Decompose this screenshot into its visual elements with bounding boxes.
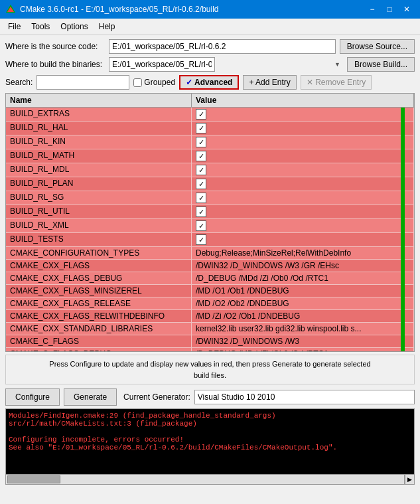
browse-source-button[interactable]: Browse Source... [340, 39, 415, 54]
green-bar [401, 94, 405, 351]
toolbar-row: Search: Grouped ✓ Advanced + Add Entry ✕… [5, 75, 415, 90]
table-row: CMAKE_CONFIGURATION_TYPESDebug;Release;M… [6, 247, 414, 260]
cell-name: CMAKE_CONFIGURATION_TYPES [6, 247, 192, 259]
table-row: CMAKE_CXX_FLAGS_DEBUG/D_DEBUG /MDd /Zi /… [6, 272, 414, 285]
close-button[interactable]: ✕ [399, 3, 415, 16]
cell-value[interactable]: ✓ [192, 122, 414, 135]
minimize-button[interactable]: − [364, 3, 380, 16]
cell-value[interactable]: ✓ [192, 163, 414, 177]
table-header: Name Value [6, 94, 414, 108]
cell-name: BUILD_RL_HAL [6, 122, 192, 135]
cell-name: BUILD_RL_SG [6, 191, 192, 205]
menu-tools[interactable]: Tools [26, 20, 55, 33]
table-row: CMAKE_CXX_FLAGS/DWIN32 /D_WINDOWS /W3 /G… [6, 260, 414, 272]
checkbox-cell[interactable]: ✓ [196, 123, 206, 133]
log-line [9, 428, 411, 436]
table-body: BUILD_EXTRAS✓BUILD_RL_HAL✓BUILD_RL_KIN✓B… [6, 108, 414, 352]
grouped-checkbox[interactable] [133, 78, 142, 87]
cell-name: CMAKE_CXX_STANDARD_LIBRARIES [6, 323, 192, 335]
cell-name: CMAKE_CXX_FLAGS_MINSIZEREL [6, 285, 192, 297]
table-row: CMAKE_CXX_FLAGS_RELWITHDEBINFO/MD /Zi /O… [6, 310, 414, 323]
table-row: BUILD_RL_XML✓ [6, 219, 414, 233]
cell-value: /MD /O2 /Ob2 /DNDEBUG [192, 297, 414, 309]
log-scroll-thumb [7, 475, 60, 483]
table-row: BUILD_EXTRAS✓ [6, 108, 414, 122]
checkbox-cell[interactable]: ✓ [196, 151, 206, 161]
cell-name: BUILD_RL_PLAN [6, 177, 192, 191]
cell-name: CMAKE_CXX_FLAGS_DEBUG [6, 272, 192, 284]
table-row: BUILD_RL_HAL✓ [6, 122, 414, 135]
search-label: Search: [5, 78, 33, 87]
advanced-checkmark: ✓ [186, 78, 192, 87]
cell-value[interactable]: ✓ [192, 135, 414, 149]
cell-name: BUILD_RL_MDL [6, 163, 192, 177]
table-row: BUILD_RL_KIN✓ [6, 135, 414, 149]
cmake-table: Name Value BUILD_EXTRAS✓BUILD_RL_HAL✓BUI… [5, 93, 415, 352]
cell-value: kernel32.lib user32.lib gdi32.lib winspo… [192, 323, 414, 335]
table-row: BUILD_RL_UTIL✓ [6, 205, 414, 219]
table-row: BUILD_RL_MATH✓ [6, 149, 414, 163]
cell-name: CMAKE_CXX_FLAGS [6, 260, 192, 272]
cell-value: /DWIN32 /D_WINDOWS /W3 /GR /EHsc [192, 260, 414, 272]
checkbox-cell[interactable]: ✓ [196, 207, 206, 217]
log-horizontal-scrollbar[interactable] [6, 475, 405, 484]
remove-entry-button[interactable]: ✕ Remove Entry [301, 75, 372, 90]
checkbox-cell[interactable]: ✓ [196, 137, 206, 147]
status-line2: build files. [194, 371, 226, 379]
checkbox-cell[interactable]: ✓ [196, 179, 206, 189]
menu-bar: File Tools Options Help [0, 19, 420, 35]
build-input[interactable] [109, 57, 215, 72]
title-text: CMake 3.6.0-rc1 - E:/01_workspace/05_RL/… [20, 5, 218, 14]
log-bottom-bar: ▶ [5, 475, 415, 485]
table-row: CMAKE_CXX_FLAGS_RELEASE/MD /O2 /Ob2 /DND… [6, 297, 414, 310]
generate-button[interactable]: Generate [64, 388, 117, 406]
table-row: CMAKE_C_FLAGS_DEBUG/D_DEBUG /MDd /Zi /Ob… [6, 348, 414, 352]
cell-name: BUILD_TESTS [6, 233, 192, 246]
generator-input[interactable] [194, 390, 415, 404]
source-input[interactable] [109, 39, 336, 54]
grouped-checkbox-label[interactable]: Grouped [133, 78, 175, 87]
checkbox-cell[interactable]: ✓ [196, 234, 206, 245]
checkbox-cell[interactable]: ✓ [196, 220, 206, 231]
cell-name: BUILD_RL_XML [6, 219, 192, 232]
cell-name: CMAKE_CXX_FLAGS_RELEASE [6, 297, 192, 309]
log-scroll-right[interactable]: ▶ [405, 475, 414, 484]
status-bar: Press Configure to update and display ne… [5, 355, 415, 384]
cell-name: CMAKE_CXX_FLAGS_RELWITHDEBINFO [6, 310, 192, 322]
header-value: Value [192, 94, 414, 107]
cell-value[interactable]: ✓ [192, 219, 414, 232]
checkbox-cell[interactable]: ✓ [196, 165, 206, 175]
search-input[interactable] [36, 75, 129, 90]
log-line: See also "E:/01_workspace/05_RL/rl-0.6.2… [9, 444, 411, 452]
browse-build-button[interactable]: Browse Build... [347, 57, 415, 72]
log-line: src/rl/math/CMakeLists.txt:3 (find_packa… [9, 420, 411, 428]
cell-name: CMAKE_C_FLAGS_DEBUG [6, 348, 192, 352]
table-row: CMAKE_C_FLAGS/DWIN32 /D_WINDOWS /W3 [6, 335, 414, 348]
menu-options[interactable]: Options [55, 20, 93, 33]
cell-value[interactable]: ✓ [192, 191, 414, 205]
add-entry-button[interactable]: + Add Entry [243, 75, 296, 90]
cell-name: BUILD_RL_UTIL [6, 205, 192, 218]
checkbox-cell[interactable]: ✓ [196, 109, 206, 120]
cell-value[interactable]: ✓ [192, 205, 414, 218]
source-row: Where is the source code: Browse Source.… [5, 39, 415, 54]
cell-value[interactable]: ✓ [192, 177, 414, 191]
cell-value: Debug;Release;MinSizeRel;RelWithDebInfo [192, 247, 414, 259]
checkbox-cell[interactable]: ✓ [196, 193, 206, 203]
configure-button[interactable]: Configure [5, 388, 60, 406]
cell-value[interactable]: ✓ [192, 233, 414, 246]
cell-value[interactable]: ✓ [192, 108, 414, 121]
advanced-button[interactable]: ✓ Advanced [179, 75, 239, 90]
table-row: CMAKE_CXX_FLAGS_MINSIZEREL/MD /O1 /Ob1 /… [6, 285, 414, 297]
window-controls: − □ ✕ [364, 3, 415, 16]
button-row: Configure Generate Current Generator: [5, 388, 415, 406]
cell-value[interactable]: ✓ [192, 149, 414, 163]
build-row: Where to build the binaries: Browse Buil… [5, 57, 415, 72]
cell-name: CMAKE_C_FLAGS [6, 335, 192, 347]
table-row: BUILD_RL_MDL✓ [6, 163, 414, 177]
cell-value: /D_DEBUG /MDd /Zi /Ob0 /Od /RTC1 [192, 348, 414, 352]
log-line: Modules/FindIgen.cmake:29 (find_package_… [9, 412, 411, 420]
menu-file[interactable]: File [3, 20, 26, 33]
restore-button[interactable]: □ [382, 3, 397, 16]
menu-help[interactable]: Help [94, 20, 121, 33]
